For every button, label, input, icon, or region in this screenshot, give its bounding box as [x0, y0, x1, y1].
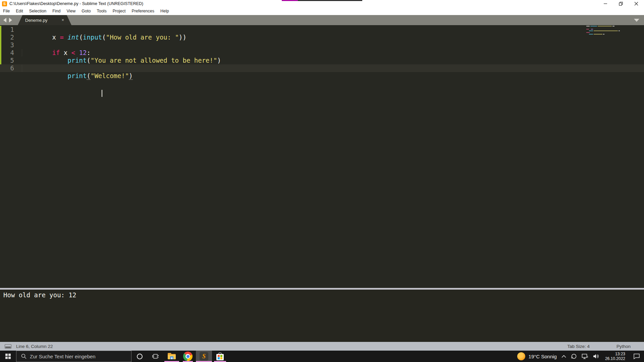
code-row-6: 6 print("Welcome!")	[0, 64, 644, 72]
sublime-text-icon: S	[2, 1, 7, 6]
tab-label: Deneme.py	[25, 18, 47, 23]
magnifier-icon	[21, 354, 26, 359]
code-line: x = int(input("How old are you: "))	[21, 26, 186, 34]
line-number: 3	[0, 41, 19, 49]
code-row-4: 4 print("You are not allowed to be here!…	[0, 49, 644, 57]
menu-find[interactable]: Find	[49, 7, 63, 15]
tab-list-dropdown-icon[interactable]	[634, 19, 639, 22]
system-tray: 19°C Sonnig 13:23 26.10.2022	[517, 351, 644, 362]
menu-project[interactable]: Project	[110, 7, 129, 15]
chevron-up-icon[interactable]	[561, 355, 566, 358]
cortana-icon	[137, 354, 143, 359]
taskbar: S 19°C Sonnig	[0, 351, 644, 362]
line-number: 2	[0, 34, 19, 41]
cortana-button[interactable]	[131, 351, 148, 362]
chrome-button[interactable]	[180, 351, 196, 362]
code-line: if x < 12:	[21, 41, 91, 49]
action-center-icon	[633, 353, 640, 359]
indent-guide	[22, 49, 22, 56]
task-view-button[interactable]	[148, 351, 164, 362]
menu-tools[interactable]: Tools	[94, 7, 109, 15]
cursor-position: Line 6, Column 22	[16, 344, 53, 349]
code-row-3: 3 if x < 12:	[0, 41, 644, 49]
tab-size-indicator[interactable]: Tab Size: 4	[567, 344, 590, 349]
window-controls	[598, 0, 644, 7]
microsoft-store-icon	[216, 354, 224, 360]
tab-close-icon[interactable]: ×	[61, 17, 64, 22]
code-row-5: 5 else:	[0, 57, 644, 64]
syntax-indicator[interactable]: Python	[616, 344, 631, 349]
top-overlay-stripe-dark	[298, 0, 362, 1]
desktop: S C:\Users\Flakes\Desktop\Deneme.py - Su…	[0, 0, 644, 362]
taskbar-search[interactable]	[16, 351, 131, 362]
sublime-text-icon: S	[200, 352, 208, 361]
code-row-2: 2	[0, 34, 644, 41]
minimize-button[interactable]	[598, 0, 613, 7]
text-cursor	[102, 90, 102, 97]
action-center-button[interactable]	[629, 353, 644, 359]
meet-now-icon[interactable]	[571, 353, 577, 359]
line-number: 1	[0, 26, 19, 34]
task-view-icon	[152, 353, 159, 359]
file-explorer-button[interactable]	[164, 351, 180, 362]
title-bar: S C:\Users\Flakes\Desktop\Deneme.py - Su…	[0, 0, 644, 7]
menu-view[interactable]: View	[63, 7, 78, 15]
window-title: C:\Users\Flakes\Desktop\Deneme.py - Subl…	[9, 1, 143, 6]
taskbar-clock[interactable]: 13:23 26.10.2022	[605, 352, 625, 361]
start-button[interactable]	[0, 351, 16, 362]
code-editor[interactable]: 1 x = int(input("How old are you: ")) 2 …	[0, 25, 644, 288]
code-line: print("Welcome!")	[21, 64, 133, 72]
sublime-text-button[interactable]: S	[196, 351, 212, 362]
network-icon[interactable]	[582, 354, 588, 359]
menu-file[interactable]: File	[0, 7, 13, 15]
top-overlay-stripe-magenta	[282, 0, 298, 1]
sun-icon	[517, 352, 525, 360]
menu-selection[interactable]: Selection	[26, 7, 49, 15]
search-input[interactable]	[30, 354, 120, 359]
tab-scroll-right-icon[interactable]	[9, 18, 12, 22]
weather-widget[interactable]: 19°C Sonnig	[517, 352, 557, 360]
close-button[interactable]	[629, 0, 644, 7]
code-line: print("You are not allowed to be here!")	[21, 49, 221, 57]
line-number: 6	[0, 64, 19, 72]
windows-start-icon	[5, 354, 11, 359]
line-number: 4	[0, 49, 19, 57]
tab-deneme-py[interactable]: Deneme.py ×	[18, 15, 71, 25]
tab-scroll-left-icon[interactable]	[3, 18, 6, 22]
code-line: else:	[21, 57, 71, 64]
panel-toggle-icon[interactable]	[5, 344, 11, 349]
microsoft-store-button[interactable]	[212, 351, 228, 362]
menu-edit[interactable]: Edit	[13, 7, 26, 15]
menu-goto[interactable]: Goto	[78, 7, 94, 15]
file-explorer-icon	[167, 353, 176, 360]
line-number: 5	[0, 57, 19, 64]
clock-time: 13:23	[605, 352, 625, 356]
menu-help[interactable]: Help	[157, 7, 172, 15]
menu-preferences[interactable]: Preferences	[129, 7, 157, 15]
menu-bar: File Edit Selection Find View Goto Tools…	[0, 7, 644, 15]
weather-text: 19°C Sonnig	[529, 354, 557, 359]
indent-guide	[22, 65, 22, 72]
speaker-icon[interactable]	[593, 354, 600, 359]
code-row-1: 1 x = int(input("How old are you: "))	[0, 26, 644, 34]
console-output: How old are you: 12	[3, 291, 644, 299]
status-bar: Line 6, Column 22 Tab Size: 4 Python	[0, 342, 644, 351]
restore-button[interactable]	[613, 0, 629, 7]
chrome-icon	[183, 352, 193, 361]
console-panel[interactable]: How old are you: 12	[0, 290, 644, 342]
minimap[interactable]	[586, 26, 622, 37]
clock-date: 26.10.2022	[605, 356, 625, 361]
tab-bar: Deneme.py ×	[0, 15, 644, 25]
